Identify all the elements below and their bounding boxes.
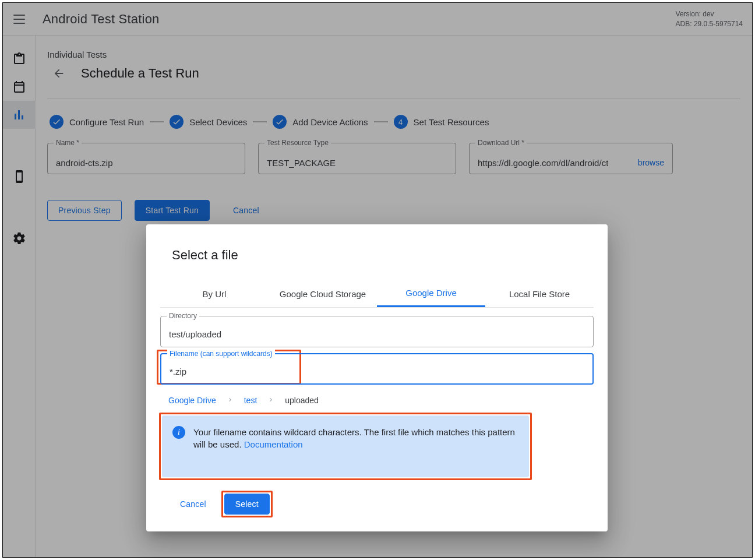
- documentation-link[interactable]: Documentation: [244, 439, 303, 449]
- chevron-right-icon: [267, 395, 274, 406]
- info-text: Your filename contains wildcard characte…: [193, 426, 518, 450]
- breadcrumb: Google Drive test uploaded: [160, 390, 594, 413]
- crumb-leaf: uploaded: [285, 396, 319, 405]
- file-select-dialog: Select a file By Url Google Cloud Storag…: [146, 224, 608, 531]
- tab-by-url[interactable]: By Url: [160, 280, 269, 307]
- crumb-root[interactable]: Google Drive: [168, 396, 216, 405]
- info-message: Your filename contains wildcard characte…: [193, 427, 515, 449]
- tab-local-store[interactable]: Local File Store: [485, 280, 594, 307]
- chevron-right-icon: [227, 395, 234, 406]
- field-value: test/uploaded: [169, 329, 221, 339]
- filename-input[interactable]: Filename (can support wildcards) *.zip: [160, 353, 594, 385]
- field-value: *.zip: [170, 367, 186, 376]
- field-label: Filename (can support wildcards): [167, 350, 275, 358]
- highlight-box-info: i Your filename contains wildcard charac…: [159, 413, 532, 480]
- dialog-title: Select a file: [146, 224, 608, 280]
- tab-gcs[interactable]: Google Cloud Storage: [269, 280, 377, 307]
- dialog-actions: Cancel Select: [146, 480, 608, 520]
- info-icon: i: [172, 426, 185, 439]
- field-label: Directory: [167, 312, 199, 320]
- dialog-tabs: By Url Google Cloud Storage Google Drive…: [160, 280, 594, 308]
- highlight-box-select: Select: [221, 491, 273, 517]
- info-banner: i Your filename contains wildcard charac…: [162, 415, 529, 477]
- directory-input[interactable]: Directory test/uploaded: [160, 316, 594, 347]
- dialog-cancel-button[interactable]: Cancel: [170, 494, 217, 515]
- dialog-select-button[interactable]: Select: [224, 494, 270, 515]
- tab-google-drive[interactable]: Google Drive: [377, 280, 485, 307]
- crumb-mid[interactable]: test: [244, 396, 257, 405]
